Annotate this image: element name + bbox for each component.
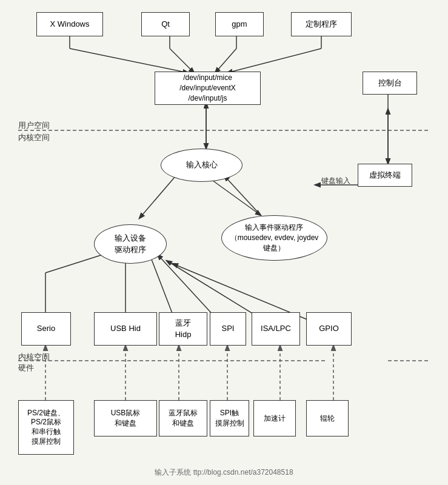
xwindows-box: X Windows <box>36 12 103 36</box>
virtual-terminal-box: 虚拟终端 <box>358 164 412 187</box>
console-box: 控制台 <box>363 72 417 95</box>
footnote: 输入子系统 ttp://blog.csdn.net/a372048518 <box>0 467 448 478</box>
bluetooth-box: 蓝牙 Hidp <box>159 312 207 346</box>
custom-box: 定制程序 <box>291 12 352 36</box>
accel-box: 加速计 <box>253 400 296 436</box>
input-event-driver-label: 输入事件驱动程序 （mousedev, evdev, joydev 键盘） <box>230 222 319 253</box>
spi-touch-box: SPI触 摸屏控制 <box>210 400 249 436</box>
usb-hid-box: USB Hid <box>94 312 157 346</box>
wheel-label: 辊轮 <box>320 413 335 424</box>
kernel-space-top-label: 内核空间 <box>18 132 50 143</box>
gpio-box: GPIO <box>306 312 352 346</box>
spi-touch-label: SPI触 摸屏控制 <box>215 408 244 429</box>
xwindows-label: X Windows <box>50 19 89 30</box>
serio-label: Serio <box>37 323 55 334</box>
svg-line-14 <box>139 176 176 218</box>
isa-lpc-box: ISA/LPC <box>252 312 300 346</box>
keyboard-input-label: 键盘输入 <box>321 176 350 186</box>
input-core-box: 输入核心 <box>161 149 242 182</box>
devfiles-box: /dev/input/mice /dev/input/eventX /dev/i… <box>155 72 261 105</box>
input-event-driver-box: 输入事件驱动程序 （mousedev, evdev, joydev 键盘） <box>221 215 327 261</box>
svg-line-15 <box>206 176 261 215</box>
qt-label: Qt <box>161 19 170 30</box>
custom-label: 定制程序 <box>306 19 337 30</box>
kernel-space-bottom-label: 内核空间 <box>18 352 50 363</box>
isa-lpc-label: ISA/LPC <box>261 323 291 334</box>
input-core-label: 输入核心 <box>186 159 218 170</box>
bluetooth-label: 蓝牙 Hidp <box>175 318 192 340</box>
qt-box: Qt <box>141 12 190 36</box>
console-label: 控制台 <box>378 78 402 89</box>
gpm-label: gpm <box>232 19 247 30</box>
bt-mouse-label: 蓝牙鼠标 和键盘 <box>169 408 198 429</box>
svg-line-4 <box>70 48 188 73</box>
wheel-box: 辊轮 <box>306 400 349 436</box>
spi-label: SPI <box>222 323 235 334</box>
diagram-container: X Windows Qt gpm 定制程序 /dev/input/mice /d… <box>0 0 448 485</box>
accel-label: 加速计 <box>264 413 286 424</box>
serio-box: Serio <box>21 312 71 346</box>
input-dev-driver-box: 输入设备 驱动程序 <box>94 224 167 264</box>
devfiles-label: /dev/input/mice /dev/input/eventX /dev/i… <box>179 73 236 103</box>
svg-line-10 <box>227 48 321 73</box>
gpio-label: GPIO <box>319 323 339 334</box>
user-space-label: 用户空间 <box>18 120 50 131</box>
virtual-terminal-label: 虚拟终端 <box>369 170 401 181</box>
hardware-label: 硬件 <box>18 363 34 373</box>
bt-mouse-box: 蓝牙鼠标 和键盘 <box>159 400 207 436</box>
usb-hid-label: USB Hid <box>110 323 141 334</box>
svg-line-6 <box>170 48 194 73</box>
usb-mouse-label: USB鼠标 和键盘 <box>111 408 141 429</box>
gpm-box: gpm <box>215 12 264 36</box>
spi-box: SPI <box>210 312 246 346</box>
svg-line-8 <box>215 48 236 73</box>
input-dev-driver-label: 输入设备 驱动程序 <box>115 233 146 255</box>
usb-mouse-box: USB鼠标 和键盘 <box>94 400 157 436</box>
ps2-label: PS/2键盘、 PS/2鼠标 和串行触 摸屏控制 <box>27 409 65 446</box>
ps2-box: PS/2键盘、 PS/2鼠标 和串行触 摸屏控制 <box>18 400 74 455</box>
svg-line-17 <box>224 176 261 215</box>
